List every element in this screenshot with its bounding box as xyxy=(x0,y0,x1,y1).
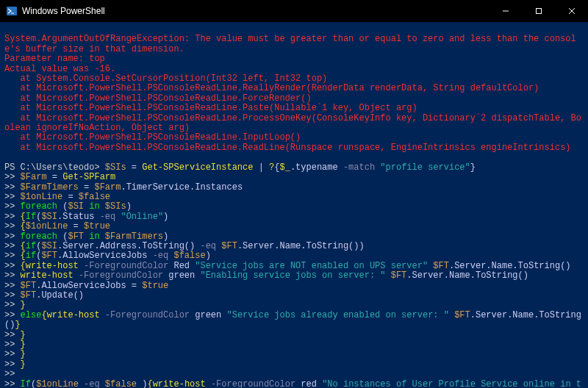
powershell-window: Windows PowerShell System.ArgumentOutOfR… xyxy=(0,0,588,388)
window-title: Windows PowerShell xyxy=(22,6,489,16)
minimize-button[interactable] xyxy=(489,0,522,22)
titlebar[interactable]: Windows PowerShell xyxy=(0,0,588,22)
svg-rect-2 xyxy=(536,9,541,14)
console-output[interactable]: System.ArgumentOutOfRangeException: The … xyxy=(0,22,588,388)
error-text: System.ArgumentOutOfRangeException: The … xyxy=(4,34,581,152)
close-button[interactable] xyxy=(555,0,588,22)
maximize-button[interactable] xyxy=(522,0,555,22)
prompt: PS C:\Users\teodo> xyxy=(4,162,105,173)
powershell-icon xyxy=(6,5,18,17)
